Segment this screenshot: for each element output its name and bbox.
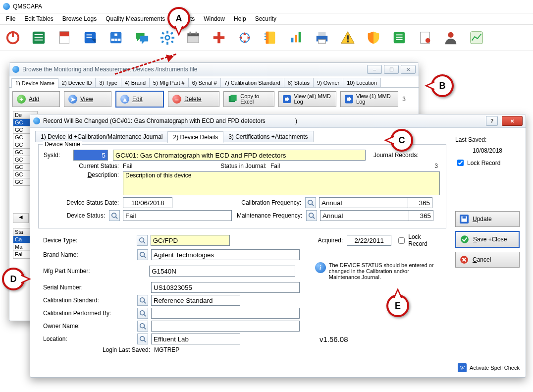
tab-device-details[interactable]: 2) Device Details xyxy=(167,131,223,143)
acquired-field[interactable] xyxy=(347,235,391,246)
update-button[interactable]: Update xyxy=(455,211,520,227)
tb-notebook-icon[interactable] xyxy=(263,30,278,46)
tb-chat-icon[interactable] xyxy=(134,30,150,46)
view-button[interactable]: ➤View xyxy=(64,91,111,107)
lookup-icon[interactable] xyxy=(137,334,148,344)
close-icon[interactable]: ✕ xyxy=(502,116,523,126)
tb-shield-icon[interactable] xyxy=(366,30,381,46)
tb-power-icon[interactable] xyxy=(5,30,21,46)
menu-help[interactable]: Help xyxy=(230,14,250,23)
menu-browse-logs[interactable]: Browse Logs xyxy=(58,14,101,23)
menu-quality-measurements[interactable]: Quality Measurements xyxy=(102,14,169,23)
cal-std-label: Calibration Standard: xyxy=(43,297,137,304)
svg-rect-7 xyxy=(60,32,69,36)
record-title-bar[interactable]: Record Will Be Changed (GC#01: Gas Chrom… xyxy=(30,114,526,128)
help-icon[interactable]: ? xyxy=(486,116,498,126)
menu-file[interactable]: File xyxy=(2,14,19,23)
cal-freq-field[interactable] xyxy=(319,197,408,208)
tab-status[interactable]: 8) Status xyxy=(284,78,314,87)
app-icon xyxy=(3,3,10,10)
tb-note-icon[interactable] xyxy=(82,30,98,46)
tb-gear-icon[interactable] xyxy=(160,30,175,46)
tb-graph-icon[interactable] xyxy=(469,30,484,46)
add-button[interactable]: +Add xyxy=(12,91,60,107)
cancel-button[interactable]: Cancel xyxy=(455,252,520,268)
device-status-field[interactable] xyxy=(123,210,232,221)
browse-title-bar[interactable]: Browse the Monitoring and Measurement De… xyxy=(9,63,419,76)
lookup-icon[interactable] xyxy=(137,308,148,319)
tab-mfg-part[interactable]: 5) Mfg Part # xyxy=(149,78,189,87)
brand-field[interactable] xyxy=(151,249,300,260)
svg-rect-39 xyxy=(266,32,269,44)
tab-device-name[interactable]: 1) Device Name xyxy=(11,78,58,88)
tb-warning-icon[interactable] xyxy=(340,30,356,46)
tab-owner[interactable]: 9) Owner xyxy=(313,78,343,87)
tb-org-icon[interactable] xyxy=(108,30,124,46)
device-type-field[interactable] xyxy=(151,235,230,246)
cal-freq-label: Calibration Frequency: xyxy=(172,199,305,206)
mfg-part-field[interactable] xyxy=(149,266,295,277)
view-all-log-button[interactable]: View (all) MMD Log xyxy=(278,91,336,107)
cal-freq-days[interactable] xyxy=(408,197,432,208)
tb-user-icon[interactable] xyxy=(443,30,459,46)
status-date-field[interactable] xyxy=(123,197,172,208)
lock-record-checkbox[interactable]: Lock Record xyxy=(455,158,520,168)
lookup-icon[interactable] xyxy=(137,249,148,260)
globe-icon xyxy=(12,66,19,73)
max-icon[interactable]: ☐ xyxy=(384,65,399,74)
view-one-log-button[interactable]: View (1) MMD Log xyxy=(340,91,398,107)
cal-std-field[interactable] xyxy=(151,295,240,306)
lock-record-checkbox-2[interactable]: Lock Record xyxy=(396,233,441,247)
svg-line-75 xyxy=(144,256,146,258)
tb-doc-red-icon[interactable] xyxy=(56,30,72,46)
svg-point-78 xyxy=(140,311,145,315)
lookup-icon[interactable] xyxy=(137,295,148,306)
spell-check-link[interactable]: W Activate Spell Check xyxy=(458,363,520,372)
tab-type[interactable]: 3) Type xyxy=(95,78,121,87)
owner-field[interactable] xyxy=(151,321,300,332)
menu-window[interactable]: Window xyxy=(200,14,229,23)
tb-list-icon[interactable] xyxy=(31,30,47,46)
tb-checklist-icon[interactable] xyxy=(391,30,407,46)
brand-label: Brand Name: xyxy=(43,251,137,258)
maint-freq-field[interactable] xyxy=(320,210,409,221)
tb-chart-icon[interactable] xyxy=(288,30,304,46)
maint-freq-days[interactable] xyxy=(409,210,433,221)
menu-edit-tables[interactable]: Edit Tables xyxy=(20,14,57,23)
tb-printer-icon[interactable] xyxy=(314,30,330,46)
lookup-icon[interactable] xyxy=(305,197,316,208)
tab-brand[interactable]: 4) Brand xyxy=(121,78,150,87)
cal-by-field[interactable] xyxy=(151,308,300,319)
edit-button[interactable]: ▲Edit xyxy=(115,91,164,108)
tab-certifications[interactable]: 3) Certifications +Attachments xyxy=(223,131,313,142)
maint-freq-label: Maintenance Frequency: xyxy=(232,212,306,219)
save-close-button[interactable]: Save +Close xyxy=(455,231,520,248)
tab-cal-std[interactable]: 7) Calibration Standard xyxy=(220,78,284,87)
lookup-icon[interactable] xyxy=(137,235,148,246)
status-in-journal-value: Fail xyxy=(270,163,340,169)
location-field[interactable] xyxy=(151,334,240,344)
lookup-icon[interactable] xyxy=(306,210,317,221)
lookup-icon[interactable] xyxy=(109,210,120,221)
copy-excel-button[interactable]: Copy to Excel xyxy=(223,91,275,107)
min-icon[interactable]: – xyxy=(367,65,382,74)
callout-a: A xyxy=(167,7,190,30)
tb-calendar-icon[interactable] xyxy=(185,30,201,46)
tb-plus-icon[interactable] xyxy=(211,30,227,46)
serial-field[interactable] xyxy=(151,282,300,293)
owner-label: Owner Name: xyxy=(43,323,137,330)
lookup-icon[interactable] xyxy=(137,321,148,332)
tb-target-icon[interactable] xyxy=(237,30,253,46)
tab-device-id[interactable]: 2) Device ID xyxy=(58,78,96,87)
close-icon[interactable]: ✕ xyxy=(401,65,416,74)
description-field[interactable]: Description of this device xyxy=(123,171,440,195)
tab-location[interactable]: 10) Location xyxy=(343,78,381,87)
svg-rect-86 xyxy=(463,216,466,219)
tb-cert-icon[interactable] xyxy=(417,30,433,46)
scroll-left-icon[interactable]: ◄ xyxy=(13,213,29,223)
tab-serial[interactable]: 6) Serial # xyxy=(188,78,221,87)
menu-security[interactable]: Security xyxy=(251,14,280,23)
device-name-field[interactable] xyxy=(113,150,366,161)
delete-button[interactable]: –Delete xyxy=(168,91,219,107)
sysid-field[interactable] xyxy=(73,150,108,161)
